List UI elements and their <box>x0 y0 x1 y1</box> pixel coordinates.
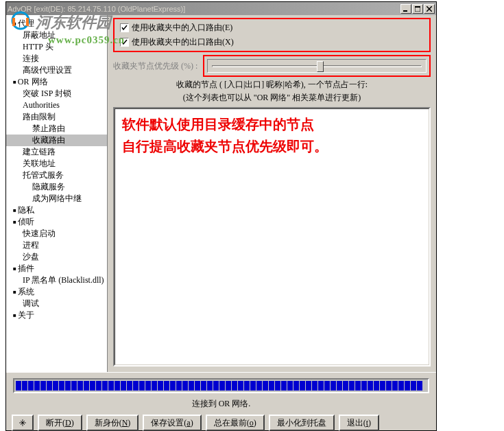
tree-item-0[interactable]: 代理 <box>6 18 107 30</box>
titlebar[interactable]: AdvOR [exit(DE): 85.214.75.110 (OldPlane… <box>6 2 436 15</box>
minimize-button[interactable] <box>400 4 411 14</box>
svg-rect-0 <box>403 10 407 12</box>
always-top-button[interactable]: 总在最前(o) <box>206 415 265 431</box>
maximize-button[interactable] <box>412 4 423 14</box>
new-identity-button[interactable]: 新身份(N) <box>86 415 139 431</box>
tree-item-19[interactable]: 进程 <box>6 240 107 251</box>
button-row: 断开(D) 新身份(N) 保存设置(a) 总在最前(o) 最小化到托盘 退出(t… <box>6 412 436 431</box>
slider-label: 收藏夹节点优先级 (%) : <box>113 60 197 72</box>
tree-item-16[interactable]: 隐私 <box>6 205 107 216</box>
quit-button[interactable]: 退出(t) <box>339 415 379 431</box>
tree-item-18[interactable]: 快速启动 <box>6 228 107 240</box>
tree-item-23[interactable]: 系统 <box>6 286 107 298</box>
tree-item-9[interactable]: 禁止路由 <box>6 123 107 135</box>
tree-item-13[interactable]: 托管式服务 <box>6 170 107 181</box>
highlight-box-checkboxes: 使用收藏夹中的入口路由(E) 使用收藏夹中的出口路由(X) <box>113 18 431 52</box>
progress-bar <box>13 378 429 393</box>
tree-item-17[interactable]: 侦听 <box>6 216 107 228</box>
close-button[interactable] <box>424 4 435 14</box>
status-text: 连接到 OR 网络. <box>6 396 436 412</box>
tree-item-21[interactable]: 插件 <box>6 263 107 275</box>
minimize-tray-button[interactable]: 最小化到托盘 <box>269 415 335 431</box>
save-settings-button[interactable]: 保存设置(a) <box>143 415 201 431</box>
highlight-box-slider <box>203 55 431 77</box>
checkbox-exit-label: 使用收藏夹中的出口路由(X) <box>132 36 234 48</box>
checkbox-entry-label: 使用收藏夹中的入口路由(E) <box>132 22 232 34</box>
footer: 连接到 OR 网络. 断开(D) 新身份(N) 保存设置(a) 总在最前(o) … <box>6 372 436 430</box>
tree-item-15[interactable]: 成为网络中继 <box>6 193 107 205</box>
slider-thumb[interactable] <box>317 61 324 72</box>
tree-item-10[interactable]: 收藏路由 <box>6 135 107 146</box>
annotation-line1: 软件默认使用目录缓存中的节点 <box>122 113 422 135</box>
app-window: AdvOR [exit(DE): 85.214.75.110 (OldPlane… <box>5 1 437 431</box>
tree-item-22[interactable]: IP 黑名单 (Blacklist.dll) <box>6 275 107 286</box>
tree-item-5[interactable]: OR 网络 <box>6 76 107 88</box>
sidebar-tree[interactable]: 代理屏蔽地址HTTP 头连接高级代理设置OR 网络突破 ISP 封锁Author… <box>6 15 108 372</box>
tree-item-11[interactable]: 建立链路 <box>6 146 107 158</box>
disconnect-button[interactable]: 断开(D) <box>38 415 82 431</box>
tree-item-3[interactable]: 连接 <box>6 53 107 65</box>
expand-button[interactable] <box>12 415 34 431</box>
title-text: AdvOR [exit(DE): 85.214.75.110 (OldPlane… <box>8 5 400 13</box>
checkbox-exit[interactable] <box>120 38 129 47</box>
tree-item-8[interactable]: 路由限制 <box>6 111 107 123</box>
tree-item-4[interactable]: 高级代理设置 <box>6 65 107 76</box>
info-line2: (这个列表也可以从 "OR 网络" 相关菜单进行更新) <box>110 91 433 104</box>
main-panel: 使用收藏夹中的入口路由(E) 使用收藏夹中的出口路由(X) 收藏夹节点优先级 (… <box>108 15 436 372</box>
priority-slider[interactable] <box>207 59 427 73</box>
tree-item-25[interactable]: 关于 <box>6 310 107 321</box>
tree-item-24[interactable]: 调试 <box>6 298 107 310</box>
checkbox-entry[interactable] <box>120 23 129 32</box>
tree-item-7[interactable]: Authorities <box>6 100 107 111</box>
favorites-textarea[interactable]: 软件默认使用目录缓存中的节点 自行提高收藏夹节点优先级即可。 <box>113 107 431 366</box>
svg-point-3 <box>22 422 23 423</box>
tree-item-12[interactable]: 关联地址 <box>6 158 107 170</box>
tree-item-20[interactable]: 沙盘 <box>6 251 107 263</box>
info-line1: 收藏的节点 ( [入口|出口] 昵称|哈希), 一个节点占一行: <box>110 78 433 91</box>
tree-item-1[interactable]: 屏蔽地址 <box>6 30 107 41</box>
tree-item-2[interactable]: HTTP 头 <box>6 41 107 53</box>
annotation-line2: 自行提高收藏夹节点优先级即可。 <box>122 135 422 157</box>
svg-rect-2 <box>415 6 420 8</box>
tree-item-14[interactable]: 隐藏服务 <box>6 181 107 193</box>
tree-item-6[interactable]: 突破 ISP 封锁 <box>6 88 107 100</box>
